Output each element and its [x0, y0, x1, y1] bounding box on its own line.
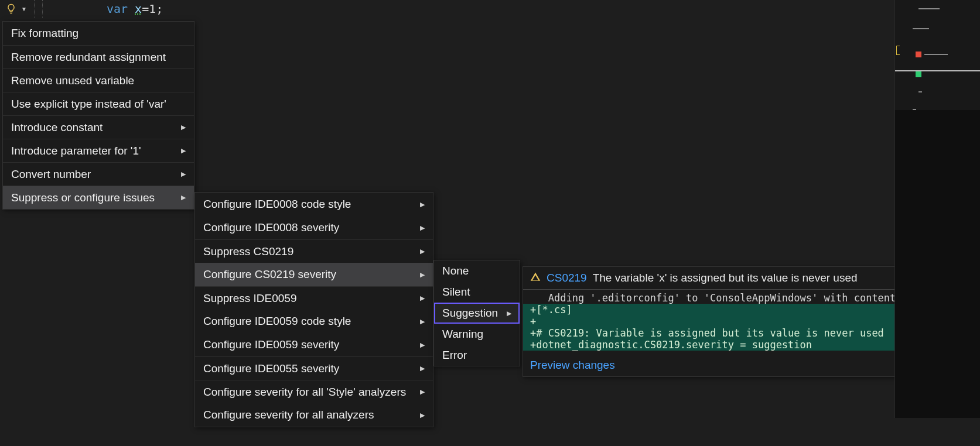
chevron-right-icon: ▶: [420, 318, 425, 325]
minimap-viewport[interactable]: [895, 0, 980, 110]
menu-item-label: Configure IDE0055 severity: [203, 362, 339, 375]
minimap-cursor-marker: [916, 71, 921, 77]
menu-item-label: Configure IDE0059 severity: [203, 338, 339, 351]
chevron-down-icon[interactable]: ▼: [21, 6, 27, 12]
chevron-right-icon: ▶: [420, 224, 425, 232]
menu-item-label: Convert number: [11, 168, 91, 181]
menu-item-label: Configure IDE0059 code style: [203, 315, 351, 328]
chevron-right-icon: ▶: [420, 294, 425, 302]
code-rest: =1;: [142, 2, 163, 16]
minimap-line: [918, 8, 940, 9]
severity-suggestion[interactable]: Suggestion▶: [434, 303, 520, 324]
preview-header: CS0219 The variable 'x' is assigned but …: [523, 267, 912, 290]
chevron-right-icon: ▶: [420, 388, 425, 396]
diff-line-added: +[*.cs]: [523, 304, 912, 315]
preview-panel: CS0219 The variable 'x' is assigned but …: [523, 266, 913, 377]
lightbulb-icon[interactable]: [4, 1, 19, 16]
diagnostic-message: The variable 'x' is assigned but its val…: [593, 272, 858, 284]
minimap[interactable]: [894, 0, 980, 418]
chevron-right-icon: ▶: [420, 411, 425, 419]
menu-item-config-ide0055-severity[interactable]: Configure IDE0055 severity▶: [195, 356, 433, 380]
menu-item-suppress-ide0059[interactable]: Suppress IDE0059▶: [195, 286, 433, 310]
diff-line-added: +dotnet_diagnostic.CS0219.severity = sug…: [523, 339, 912, 351]
preview-changes-link[interactable]: Preview changes: [530, 359, 615, 371]
diagnostic-code[interactable]: CS0219: [547, 272, 587, 284]
menu-item-config-ide0008-style[interactable]: Configure IDE0008 code style▶: [195, 193, 433, 216]
minimap-divider: [895, 70, 980, 71]
menu-item-label: None: [442, 265, 469, 277]
severity-submenu: None Silent Suggestion▶ Warning Error: [433, 260, 520, 366]
menu-item-suppress-configure[interactable]: Suppress or configure issues▶: [3, 186, 194, 209]
menu-item-label: Introduce parameter for '1': [11, 145, 141, 157]
chevron-right-icon: ▶: [420, 248, 425, 255]
chevron-right-icon: ▶: [420, 365, 425, 372]
minimap-line: [924, 54, 948, 55]
diff-line-added: +# CS0219: Variable is assigned but its …: [523, 327, 912, 339]
severity-silent[interactable]: Silent: [434, 282, 520, 303]
menu-item-config-cs0219-severity[interactable]: Configure CS0219 severity▶: [195, 263, 433, 286]
chevron-right-icon: ▶: [181, 147, 186, 155]
menu-item-label: Suppress or configure issues: [11, 191, 155, 204]
preview-footer: Preview changes: [523, 351, 912, 376]
menu-item-use-explicit-type[interactable]: Use explicit type instead of 'var': [3, 92, 194, 115]
menu-item-config-all-analyzers[interactable]: Configure severity for all analyzers▶: [195, 403, 433, 427]
severity-none[interactable]: None: [434, 260, 520, 282]
menu-item-introduce-parameter[interactable]: Introduce parameter for '1'▶: [3, 139, 194, 162]
menu-item-suppress-cs0219[interactable]: Suppress CS0219▶: [195, 239, 433, 263]
chevron-right-icon: ▶: [507, 310, 511, 317]
menu-item-label: Remove redundant assignment: [11, 51, 166, 64]
svg-rect-0: [535, 276, 536, 279]
minimap-error-marker: [916, 52, 921, 57]
quick-actions-menu: Fix formatting Remove redundant assignme…: [2, 21, 194, 210]
menu-item-label: Suppress IDE0059: [203, 292, 297, 305]
menu-item-config-style-analyzers[interactable]: Configure severity for all 'Style' analy…: [195, 380, 433, 403]
menu-item-label: Configure severity for all analyzers: [203, 409, 374, 421]
severity-warning[interactable]: Warning: [434, 324, 520, 345]
chevron-right-icon: ▶: [420, 271, 425, 279]
chevron-right-icon: ▶: [420, 341, 425, 349]
menu-item-label: Error: [442, 349, 467, 362]
suppress-configure-submenu: Configure IDE0008 code style▶ Configure …: [194, 192, 433, 427]
menu-item-label: Configure CS0219 severity: [203, 268, 336, 281]
menu-item-label: Introduce constant: [11, 121, 103, 134]
editor-gutter: [34, 0, 42, 18]
menu-item-label: Fix formatting: [11, 27, 78, 40]
menu-item-label: Suggestion: [442, 307, 498, 320]
minimap-line: [918, 91, 922, 92]
minimap-line: [913, 28, 929, 29]
chevron-right-icon: ▶: [181, 194, 186, 201]
menu-item-label: Configure IDE0008 code style: [203, 198, 351, 211]
menu-item-introduce-constant[interactable]: Introduce constant▶: [3, 115, 194, 139]
menu-item-label: Warning: [442, 328, 483, 341]
severity-error[interactable]: Error: [434, 345, 520, 366]
menu-item-label: Silent: [442, 286, 470, 299]
svg-rect-1: [535, 279, 536, 280]
minimap-bracket: [896, 46, 900, 55]
warning-icon: [530, 272, 541, 284]
minimap-line: [913, 109, 916, 110]
chevron-right-icon: ▶: [420, 201, 425, 208]
menu-item-label: Configure IDE0008 severity: [203, 221, 339, 234]
menu-item-label: Use explicit type instead of 'var': [11, 98, 166, 111]
menu-item-convert-number[interactable]: Convert number▶: [3, 162, 194, 186]
menu-item-label: Configure severity for all 'Style' analy…: [203, 386, 406, 399]
menu-item-config-ide0008-severity[interactable]: Configure IDE0008 severity▶: [195, 216, 433, 239]
editor-indent-guide: [42, 0, 107, 18]
menu-item-fix-formatting[interactable]: Fix formatting: [3, 22, 194, 45]
preview-body: Adding '.editorconfig' to 'ConsoleAppWin…: [523, 290, 912, 351]
diff-line: Adding '.editorconfig' to 'ConsoleAppWin…: [523, 292, 912, 304]
menu-item-config-ide0059-style[interactable]: Configure IDE0059 code style▶: [195, 310, 433, 333]
menu-item-label: Remove unused variable: [11, 74, 134, 87]
menu-item-remove-redundant[interactable]: Remove redundant assignment: [3, 45, 194, 68]
menu-item-config-ide0059-severity[interactable]: Configure IDE0059 severity▶: [195, 333, 433, 356]
diff-line-added: +: [523, 315, 912, 327]
chevron-right-icon: ▶: [181, 123, 186, 131]
menu-item-label: Suppress CS0219: [203, 245, 293, 258]
editor-toolbar: ▼ var x=1;: [0, 0, 828, 18]
code-variable: x: [135, 2, 142, 16]
chevron-right-icon: ▶: [181, 170, 186, 178]
menu-item-remove-unused[interactable]: Remove unused variable: [3, 68, 194, 92]
code-line: var x=1;: [107, 2, 163, 16]
code-keyword: var: [107, 2, 128, 16]
